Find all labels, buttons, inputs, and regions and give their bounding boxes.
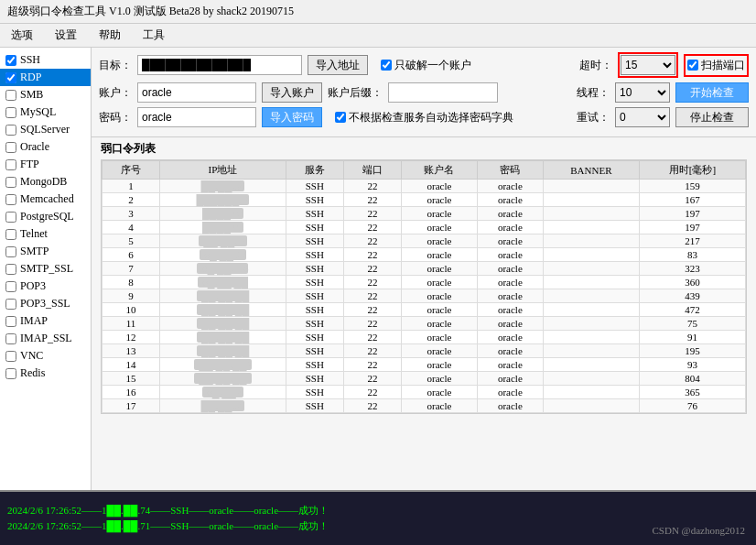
table-row[interactable]: 111██.██.██SSH22oracleoracle75 [103,317,746,331]
sidebar-item-redis[interactable]: Redis [0,365,91,382]
table-section: 弱口令列表 序号IP地址服务端口账户名密码BANNER用时[毫秒] 1██.██… [92,137,756,490]
import-addr-button[interactable]: 导入地址 [308,55,368,75]
results-table: 序号IP地址服务端口账户名密码BANNER用时[毫秒] 1██.██.50SSH… [102,160,746,413]
timeout-select[interactable]: 15 5 10 30 [621,55,675,75]
account-label: 账户： [99,85,132,101]
sidebar-item-smtp_ssl[interactable]: SMTP_SSL [0,260,91,278]
status-line-2: 2024/2/6 17:26:52——1██.██.71——SSH——oracl… [7,519,749,533]
content-area: 目标： 导入地址 只破解一个账户 超时： 15 5 10 [92,48,756,490]
table-row[interactable]: 2██████53SSH22oracleoracle167 [103,193,746,207]
sidebar-item-postgresql[interactable]: PostgreSQL [0,208,91,225]
app-title: 超级弱口令检查工具 V1.0 测试版 Beta28 by shack2 2019… [7,4,294,19]
menu-bar: 选项 设置 帮助 工具 [0,24,756,48]
table-title: 弱口令列表 [101,141,747,157]
table-row[interactable]: 141██.██.██3SSH22oracleoracle93 [103,358,746,372]
form-section: 目标： 导入地址 只破解一个账户 超时： 15 5 10 [92,48,756,137]
target-input[interactable] [137,55,302,75]
suffix-label: 账户后缀： [328,85,383,101]
sidebar-item-pop3_ssl[interactable]: POP3_SSL [0,295,91,312]
table-row[interactable]: 610█.██.27SSH22oracleoracle83 [103,248,746,262]
table-row[interactable]: 51██.██.15SSH22oracleoracle217 [103,234,746,248]
table-row[interactable]: 17██.██.51SSH22oracleoracle76 [103,399,746,413]
import-password-button[interactable]: 导入密码 [262,107,322,127]
sidebar-item-ssh[interactable]: SSH [0,51,91,69]
only-one-account-check[interactable]: 只破解一个账户 [381,58,471,73]
sidebar: SSHRDPSMBMySQLSQLServerOracleFTPMongoDBM… [0,48,92,490]
scan-port-check[interactable]: 扫描端口 [687,58,745,73]
import-account-button[interactable]: 导入账户 [262,82,322,103]
credit-label: CSDN @dazhong2012 [653,525,746,536]
sidebar-item-imap[interactable]: IMAP [0,312,91,330]
table-row[interactable]: 1██.██.50SSH22oracleoracle159 [103,180,746,193]
table-row[interactable]: 101██.██.██SSH22oracleoracle472 [103,303,746,317]
title-bar: 超级弱口令检查工具 V1.0 测试版 Beta28 by shack2 2019… [0,0,756,24]
thread-select[interactable]: 10 5 20 50 [615,82,670,103]
sidebar-item-oracle[interactable]: Oracle [0,138,91,156]
table-row[interactable]: 131██.██.██SSH22oracleoracle195 [103,344,746,358]
password-input[interactable] [137,107,256,127]
table-row[interactable]: 1610█.██.4SSH22oracleoracle365 [103,386,746,399]
sidebar-item-rdp[interactable]: RDP [0,69,91,86]
table-row[interactable]: 710█.██.116SSH22oracleoracle323 [103,262,746,276]
sidebar-item-imap_ssl[interactable]: IMAP_SSL [0,330,91,347]
sidebar-item-smb[interactable]: SMB [0,86,91,104]
sidebar-item-pop3[interactable]: POP3 [0,278,91,295]
suffix-input[interactable] [388,82,498,103]
sidebar-item-telnet[interactable]: Telnet [0,225,91,243]
table-row[interactable]: 4████.95SSH22oracleoracle197 [103,221,746,234]
table-row[interactable]: 3████.94SSH22oracleoracle197 [103,207,746,221]
menu-settings[interactable]: 设置 [51,26,81,45]
menu-help[interactable]: 帮助 [95,26,124,45]
retry-select[interactable]: 0 1 2 3 [615,107,670,127]
table-row[interactable]: 151██.██.██1SSH22oracleoracle804 [103,372,746,386]
sidebar-item-vnc[interactable]: VNC [0,347,91,365]
sidebar-item-mysql[interactable]: MySQL [0,104,91,121]
timeout-label: 超时： [579,58,612,73]
status-line-1: 2024/2/6 17:26:52——1██.██.74——SSH——oracl… [7,504,749,518]
account-input[interactable] [137,82,256,103]
table-row[interactable]: 91██.██.██SSH22oracleoracle439 [103,289,746,303]
sidebar-item-memcached[interactable]: Memcached [0,191,91,208]
sidebar-item-mongodb[interactable]: MongoDB [0,173,91,191]
sidebar-item-sqlserver[interactable]: SQLServer [0,121,91,138]
sidebar-item-smtp[interactable]: SMTP [0,243,91,260]
thread-label: 线程： [577,85,610,101]
target-label: 目标： [99,58,132,73]
auto-dict-check[interactable]: 不根据检查服务自动选择密码字典 [335,110,513,125]
start-check-button[interactable]: 开始检查 [675,82,749,103]
menu-options[interactable]: 选项 [7,26,37,45]
table-row[interactable]: 121██.██.██SSH22oracleoracle91 [103,331,746,344]
stop-check-button[interactable]: 停止检查 [675,107,749,127]
menu-tools[interactable]: 工具 [139,26,168,45]
sidebar-item-ftp[interactable]: FTP [0,156,91,173]
status-bar: 2024/2/6 17:26:52——1██.██.74——SSH——oracl… [0,490,756,545]
retry-label: 重试： [577,110,610,125]
table-row[interactable]: 810█.██.██SSH22oracleoracle360 [103,276,746,289]
password-label: 密码： [99,110,132,125]
